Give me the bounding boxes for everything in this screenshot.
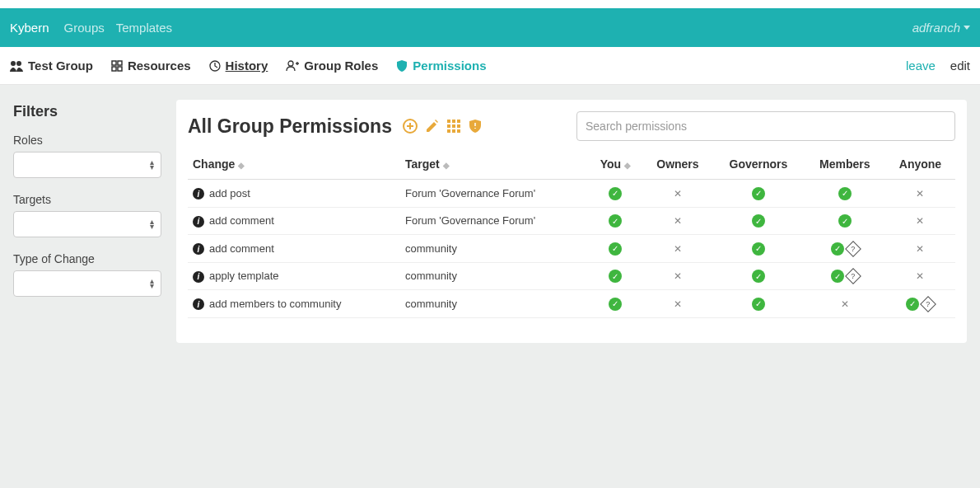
check-icon: ✓ (752, 298, 765, 311)
targets-filter-label: Targets (13, 193, 161, 206)
cell-members: ✓ (804, 180, 885, 208)
check-icon: ✓ (838, 187, 852, 200)
brand-logo[interactable]: Kybern (10, 21, 49, 35)
cross-icon: ✕ (674, 298, 682, 310)
cell-governors: ✓ (712, 235, 804, 263)
cross-icon: ✕ (674, 270, 682, 282)
add-permission-icon[interactable] (402, 118, 418, 134)
check-icon: ✓ (752, 270, 765, 283)
svg-rect-2 (112, 61, 116, 65)
subnav-group-roles[interactable]: Group Roles (286, 59, 378, 73)
cell-anyone: ✕ (885, 207, 955, 235)
subnav-group-roles-label: Group Roles (304, 59, 378, 73)
col-members[interactable]: Members (804, 149, 885, 180)
cell-change: iadd post (188, 180, 400, 208)
panel-title: All Group Permissions (188, 115, 392, 138)
svg-point-1 (16, 61, 21, 66)
cell-owners: ✕ (642, 235, 712, 263)
type-filter-select[interactable]: ▴▾ (13, 270, 161, 297)
subnav-history[interactable]: History (209, 59, 268, 73)
nav-groups[interactable]: Groups (64, 21, 105, 35)
svg-rect-12 (447, 124, 450, 128)
check-icon: ✓ (609, 270, 622, 283)
col-owners[interactable]: Owners (642, 149, 712, 180)
roles-filter-label: Roles (13, 134, 161, 147)
cell-you: ✓ (588, 290, 642, 318)
cell-change: iapply template (188, 262, 400, 290)
info-icon[interactable]: i (193, 216, 204, 228)
cell-governors: ✓ (712, 207, 804, 235)
cell-anyone: ✓ (885, 290, 955, 318)
svg-rect-11 (457, 120, 460, 123)
table-row[interactable]: iadd postForum 'Governance Forum'✓✕✓✓✕ (188, 180, 955, 208)
info-icon[interactable]: i (193, 271, 204, 283)
svg-rect-9 (447, 120, 450, 123)
cell-target: Forum 'Governance Forum' (400, 207, 588, 235)
table-row[interactable]: iadd commentcommunity✓✕✓✓✕ (188, 235, 955, 263)
cell-you: ✓ (588, 207, 642, 235)
search-permissions-input[interactable] (576, 111, 955, 141)
type-filter-label: Type of Change (13, 252, 161, 265)
table-row[interactable]: iadd members to communitycommunity✓✕✓✕✓ (188, 290, 955, 318)
check-icon: ✓ (609, 187, 622, 200)
filters-panel: Filters Roles ▴▾ Targets ▴▾ Type of Chan… (13, 100, 161, 315)
col-governors[interactable]: Governors (712, 149, 804, 180)
col-anyone[interactable]: Anyone (885, 149, 955, 180)
edit-permission-icon[interactable] (425, 119, 440, 134)
info-icon[interactable]: i (193, 298, 204, 310)
col-target[interactable]: Target◆ (400, 149, 588, 180)
cell-you: ✓ (588, 180, 642, 208)
targets-filter-select[interactable]: ▴▾ (13, 211, 161, 237)
info-icon[interactable]: i (193, 243, 204, 255)
edit-link[interactable]: edit (950, 59, 970, 73)
cell-target: community (400, 235, 588, 263)
info-icon[interactable]: i (193, 188, 204, 199)
permissions-table: Change◆ Target◆ You◆ Owners Governors Me… (188, 149, 955, 318)
cell-owners: ✕ (642, 262, 712, 290)
group-name-link[interactable]: Test Group (10, 59, 93, 73)
nav-templates[interactable]: Templates (116, 21, 172, 35)
svg-rect-4 (112, 67, 116, 71)
cell-owners: ✕ (642, 207, 712, 235)
cross-icon: ✕ (841, 298, 849, 310)
cross-icon: ✕ (916, 243, 924, 255)
grid-permission-icon[interactable] (446, 119, 461, 134)
subnav-resources[interactable]: Resources (111, 59, 191, 73)
check-icon: ✓ (609, 298, 622, 311)
col-change[interactable]: Change◆ (188, 149, 400, 180)
cell-members: ✓ (804, 262, 885, 290)
group-subnav: Test Group Resources History Group Roles… (0, 47, 980, 85)
svg-rect-16 (452, 129, 455, 133)
col-you[interactable]: You◆ (588, 149, 642, 180)
sort-icon: ◆ (238, 161, 245, 170)
caret-down-icon (964, 26, 970, 30)
shield-permission-icon[interactable] (468, 119, 483, 134)
cross-icon: ✕ (916, 270, 924, 282)
subnav-permissions[interactable]: Permissions (396, 59, 486, 73)
leave-link[interactable]: leave (906, 59, 936, 73)
roles-filter-select[interactable]: ▴▾ (13, 152, 161, 178)
svg-rect-3 (118, 61, 122, 65)
cell-you: ✓ (588, 235, 642, 263)
subnav-permissions-label: Permissions (413, 59, 486, 73)
table-row[interactable]: iadd commentForum 'Governance Forum'✓✕✓✓… (188, 207, 955, 235)
check-icon: ✓ (609, 242, 622, 256)
cell-owners: ✕ (642, 180, 712, 208)
shield-icon (396, 60, 408, 72)
table-row[interactable]: iapply templatecommunity✓✕✓✓✕ (188, 262, 955, 290)
user-menu[interactable]: adfranch (912, 21, 970, 35)
svg-point-0 (11, 61, 16, 66)
svg-rect-14 (457, 124, 460, 128)
svg-rect-15 (447, 129, 450, 133)
sort-icon: ◆ (443, 161, 450, 170)
filters-heading: Filters (13, 103, 161, 120)
svg-rect-17 (457, 129, 460, 133)
cell-change: iadd members to community (188, 290, 400, 318)
users-icon (10, 60, 23, 72)
cell-owners: ✕ (642, 290, 712, 318)
cell-anyone: ✕ (885, 180, 955, 208)
sort-icon: ◆ (624, 161, 631, 170)
check-icon: ✓ (752, 214, 765, 228)
condition-icon (921, 296, 937, 312)
check-icon: ✓ (831, 270, 844, 283)
